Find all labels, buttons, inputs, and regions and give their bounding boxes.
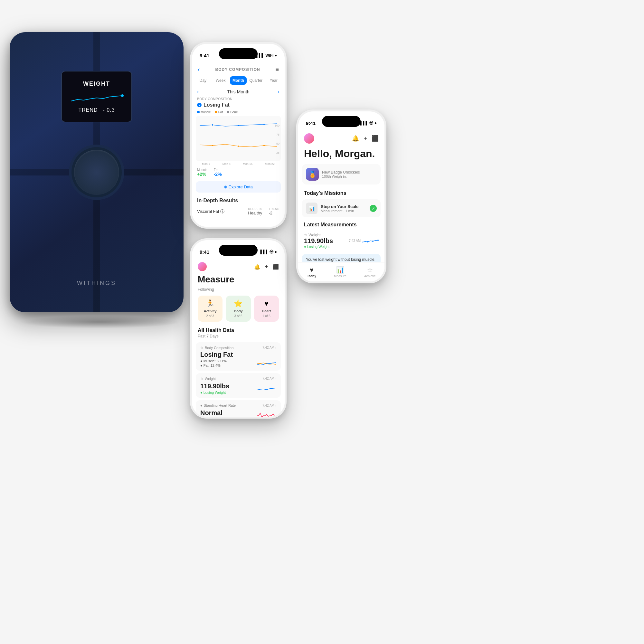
heart-rate-card[interactable]: ♥ Standing Heart Rate 7:42 AM › Normal ✓… — [196, 400, 281, 417]
activity-category[interactable]: 🏃 Activity 2 of 3 — [198, 296, 223, 322]
nav-measure[interactable]: 📊 Measure — [334, 266, 346, 278]
legend-muscle: Muscle — [197, 110, 211, 114]
back-button[interactable]: ‹ — [198, 66, 200, 73]
measure-icon: 📊 — [336, 266, 344, 274]
hello-greeting: Hello, Morgan. — [298, 146, 384, 164]
body-icon: ⭐ — [234, 299, 242, 308]
badge-card[interactable]: 🏅 New Badge Unlocked! 100th Weigh-in. — [302, 164, 381, 185]
scale-trend-row: TREND - 0.3 — [78, 107, 115, 113]
dynamic-island-2 — [219, 245, 258, 256]
visceral-fat-result: Healthy — [248, 211, 262, 215]
stat-muscle-name: Muscle — [197, 168, 207, 172]
mission-complete-icon: ✓ — [370, 205, 377, 212]
body-name: Body — [234, 309, 243, 313]
missions-title: Today's Missions — [298, 188, 384, 198]
visceral-fat-trend: -2 — [269, 211, 280, 215]
next-month-button[interactable]: › — [278, 89, 279, 95]
svg-point-2 — [238, 125, 239, 126]
weight-measurement-row[interactable]: ☆ Weight 119.90lbs ● Losing Weight 7:42 … — [298, 230, 384, 252]
mission-card: 📊 Step on Your Scale Measurement · 1 min… — [302, 199, 381, 217]
body-comp-header: ‹ BODY COMPOSITION ≡ — [192, 62, 285, 75]
heart-name: Heart — [262, 309, 271, 313]
explore-data-button[interactable]: ⊕ Explore Data — [196, 181, 281, 193]
weight-card-header: ☆ Weight 7:42 AM › — [200, 376, 276, 381]
chart-legend: Muscle Fat Bone — [192, 110, 285, 116]
nav-today-label: Today — [307, 274, 316, 278]
body-category[interactable]: ⭐ Body 3 of 5 — [226, 296, 251, 322]
weight-icon: ☆ — [200, 376, 204, 381]
latest-title: Latest Measurements — [298, 219, 384, 230]
heart-rate-header: ♥ Standing Heart Rate 7:42 AM › — [200, 403, 276, 407]
status-time-3: 9:41 — [306, 120, 316, 126]
app-title: BODY COMPOSITION — [215, 67, 260, 72]
nav-measure-label: Measure — [334, 274, 346, 278]
weight-measurement-name: ☆ Weight — [304, 233, 349, 237]
user-avatar — [198, 262, 207, 271]
heart-cat-name: Standing Heart Rate — [204, 403, 236, 407]
tab-day[interactable]: Day — [194, 76, 212, 85]
svg-point-10 — [377, 240, 379, 241]
bell-icon[interactable]: 🔔 — [254, 264, 260, 270]
mission-info: Step on Your Scale Measurement · 1 min — [321, 204, 366, 213]
dynamic-island-1 — [219, 48, 258, 59]
scale-line-horizontal — [10, 169, 184, 175]
weight-measurement-val: 119.90lbs — [304, 237, 349, 245]
tab-quarter[interactable]: Quarter — [247, 76, 264, 85]
morgan-header: 🔔 + ⬛ — [298, 130, 384, 146]
add-icon[interactable]: + — [265, 264, 268, 270]
weight-value: 119.90lbs — [200, 383, 229, 390]
activity-count: 2 of 3 — [206, 314, 214, 318]
nav-today[interactable]: ♥ Today — [307, 266, 316, 278]
weight-measurement-sub: ● Losing Weight — [304, 245, 349, 249]
heart-value: Normal — [200, 409, 223, 417]
stat-fat-value: -2% — [214, 172, 222, 177]
prev-month-button[interactable]: ‹ — [197, 89, 199, 95]
date-mon15: Mon 15 — [243, 162, 252, 166]
svg-point-9 — [372, 241, 374, 242]
legend-fat: Fat — [215, 110, 223, 114]
section-label: BODY COMPOSITION — [192, 97, 285, 101]
phone-measure: 9:41 ▌▌▌ ⓦ ● 🔔 + ⬛ Measure Following 🏃 A… — [190, 238, 287, 419]
status-icons-3: ▌▌▌ ⓦ ● — [360, 120, 377, 126]
settings-icon[interactable]: ⬛ — [272, 264, 279, 270]
add-icon-morgan[interactable]: + — [364, 135, 367, 142]
svg-point-0 — [121, 94, 124, 97]
weight-sub: ● Losing Weight — [200, 391, 229, 394]
svg-point-8 — [367, 241, 368, 242]
body-comp-value: Losing Fat — [200, 351, 276, 358]
visceral-fat-row: Visceral Fat ⓘ RESULTS Healthy TREND -2 — [192, 205, 285, 218]
mission-cat: Measurement · 1 min — [321, 209, 366, 213]
visceral-fat-name: Visceral Fat ⓘ — [197, 209, 224, 214]
scale-trend-value: - 0.3 — [103, 107, 115, 113]
in-depth-title: In-Depth Results — [192, 194, 285, 205]
scale-display: WEIGHT TREND - 0.3 — [61, 71, 132, 122]
weight-measurement-time: 7:42 AM — [349, 239, 361, 242]
shield-icon-morgan[interactable]: ⬛ — [372, 135, 379, 142]
svg-point-1 — [212, 124, 213, 126]
results-col-header: RESULTS — [248, 207, 262, 211]
svg-point-4 — [212, 145, 213, 146]
bell-icon-morgan[interactable]: 🔔 — [352, 135, 359, 142]
weight-card[interactable]: ☆ Weight 7:42 AM › 119.90lbs ● Losing We… — [196, 373, 281, 398]
all-health-title: All Health Data — [192, 324, 285, 334]
heart-icon: ♥ — [264, 299, 269, 308]
menu-icon[interactable]: ≡ — [275, 66, 279, 73]
tab-week[interactable]: Week — [212, 76, 229, 85]
legend-bone: Bone — [227, 110, 238, 114]
date-mon1: Mon 1 — [202, 162, 210, 166]
badge-text: New Badge Unlocked! 100th Weigh-in. — [322, 170, 360, 178]
body-comp-card[interactable]: ☆ Body Composition 7:42 AM › Losing Fat … — [196, 342, 281, 371]
svg-point-3 — [263, 124, 265, 125]
svg-point-6 — [263, 145, 265, 146]
nav-achieve[interactable]: ☆ Achieve — [364, 266, 376, 278]
svg-point-7 — [363, 241, 363, 243]
stats-row: Muscle +2% Fat -2% — [192, 166, 285, 179]
phone-body-composition: 9:41 ▌▌▌ WiFi ● ‹ BODY COMPOSITION ≡ Day… — [190, 42, 287, 229]
status-time-1: 9:41 — [200, 53, 209, 58]
fat-pct: ● Fat: 12.4% — [200, 364, 227, 367]
tab-month[interactable]: Month — [230, 76, 247, 85]
hello-morgan-app: 🔔 + ⬛ Hello, Morgan. 🏅 New Badge Unlocke… — [298, 130, 384, 281]
badge-sub: 100th Weigh-in. — [322, 175, 360, 178]
heart-category[interactable]: ♥ Heart 1 of 6 — [254, 296, 279, 322]
tab-year[interactable]: Year — [265, 76, 282, 85]
